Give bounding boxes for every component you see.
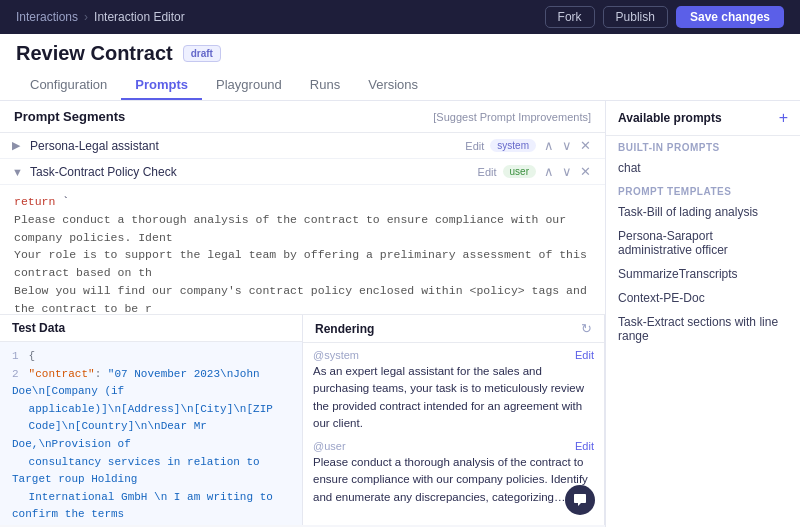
user-role-label: @user	[313, 440, 346, 452]
prompt-item-summarize[interactable]: SummarizeTranscripts	[606, 262, 800, 286]
render-role-system: @system Edit	[313, 349, 594, 361]
chevron-down-icon[interactable]: ▼	[12, 166, 24, 178]
builtin-section-label: BUILT-IN PROMPTS	[606, 136, 800, 156]
badge-user-2: user	[503, 165, 536, 178]
list-item: 2"contract": "07 November 2023\nJohn Doe…	[12, 366, 290, 401]
available-prompts-title: Available prompts	[618, 111, 722, 125]
main-content: Prompt Segments [Suggest Prompt Improvem…	[0, 101, 800, 527]
list-item: _applicable)]\n[Address]\n[City]\n[ZIP	[12, 401, 290, 419]
prompt-item-context[interactable]: Context-PE-Doc	[606, 286, 800, 310]
prompt-item-bill[interactable]: Task-Bill of lading analysis	[606, 200, 800, 224]
title-row: Review Contract draft	[16, 42, 784, 65]
chevron-right-icon[interactable]: ▶	[12, 139, 24, 152]
segment-name-1: Persona-Legal assistant	[30, 139, 455, 153]
segment-up-1[interactable]: ∧	[542, 138, 556, 153]
rendering-header: Rendering ↻	[303, 315, 604, 343]
segment-edit-2[interactable]: Edit	[478, 166, 497, 178]
draft-badge: draft	[183, 45, 221, 62]
test-data-title: Test Data	[0, 315, 302, 342]
rendering-inner: Rendering ↻ @system Edit As an expert le…	[303, 315, 605, 525]
publish-button[interactable]: Publish	[603, 6, 668, 28]
segment-name-2: Task-Contract Policy Check	[30, 165, 468, 179]
test-data-panel: Test Data 1{ 2"contract": "07 November 2…	[0, 315, 303, 525]
available-prompts-panel: Available prompts + BUILT-IN PROMPTS cha…	[605, 101, 800, 527]
prompt-segments-header: Prompt Segments [Suggest Prompt Improvem…	[0, 101, 605, 133]
template-section-label: PROMPT TEMPLATES	[606, 180, 800, 200]
segment-actions-1: ∧ ∨ ✕	[542, 138, 593, 153]
segment-close-1[interactable]: ✕	[578, 138, 593, 153]
breadcrumb: Interactions › Interaction Editor	[16, 10, 185, 24]
segment-edit-1[interactable]: Edit	[465, 140, 484, 152]
prompt-item-extract[interactable]: Task-Extract sections with line range	[606, 310, 800, 348]
breadcrumb-sep: ›	[84, 10, 88, 24]
segment-down-2[interactable]: ∨	[560, 164, 574, 179]
segment-close-2[interactable]: ✕	[578, 164, 593, 179]
rendering-body: @system Edit As an expert legal assistan…	[303, 343, 604, 525]
system-role-label: @system	[313, 349, 359, 361]
prompt-item-persona[interactable]: Persona-Saraport administrative officer	[606, 224, 800, 262]
left-main: Prompt Segments [Suggest Prompt Improvem…	[0, 101, 605, 527]
topbar: Interactions › Interaction Editor Fork P…	[0, 0, 800, 34]
tab-prompts[interactable]: Prompts	[121, 71, 202, 100]
segment-down-1[interactable]: ∨	[560, 138, 574, 153]
segment-row-1: ▶ Persona-Legal assistant Edit system ∧ …	[0, 133, 605, 159]
tab-playground[interactable]: Playground	[202, 71, 296, 100]
render-text-user: Please conduct a thorough analysis of th…	[313, 454, 594, 506]
system-edit-button[interactable]: Edit	[575, 349, 594, 361]
render-block-user: @user Edit Please conduct a thorough ana…	[313, 440, 594, 506]
page-title: Review Contract	[16, 42, 173, 65]
segment-row-2: ▼ Task-Contract Policy Check Edit user ∧…	[0, 159, 605, 185]
list-item: _Code]\n[Country]\n\nDear Mr Doe,\nProvi…	[12, 418, 290, 453]
render-text-system: As an expert legal assistant for the sal…	[313, 363, 594, 432]
segment-actions-2: ∧ ∨ ✕	[542, 164, 593, 179]
code-editor[interactable]: return ` Please conduct a thorough analy…	[0, 185, 605, 315]
tab-versions[interactable]: Versions	[354, 71, 432, 100]
list-item: _consultancy services in relation to Tar…	[12, 454, 290, 489]
prompt-item-chat[interactable]: chat	[606, 156, 800, 180]
tab-configuration[interactable]: Configuration	[16, 71, 121, 100]
fork-button[interactable]: Fork	[545, 6, 595, 28]
list-item: _on which Customer Inc. has agreed to en…	[12, 524, 290, 525]
rendering-refresh-icon[interactable]: ↻	[581, 321, 592, 336]
page-header: Review Contract draft Configuration Prom…	[0, 34, 800, 101]
segment-up-2[interactable]: ∧	[542, 164, 556, 179]
suggest-link[interactable]: [Suggest Prompt Improvements]	[433, 111, 591, 123]
chat-icon	[572, 492, 588, 508]
render-role-user: @user Edit	[313, 440, 594, 452]
tab-bar: Configuration Prompts Playground Runs Ve…	[16, 71, 784, 100]
chat-bubble-button[interactable]	[565, 485, 595, 515]
render-block-system: @system Edit As an expert legal assistan…	[313, 349, 594, 432]
rendering-title: Rendering	[315, 322, 374, 336]
list-item: _International GmbH \n I am writing to c…	[12, 489, 290, 524]
add-prompt-button[interactable]: +	[779, 109, 788, 127]
tab-runs[interactable]: Runs	[296, 71, 354, 100]
save-button[interactable]: Save changes	[676, 6, 784, 28]
prompt-segments-title: Prompt Segments	[14, 109, 125, 124]
bottom-panels: Test Data 1{ 2"contract": "07 November 2…	[0, 315, 605, 525]
list-item: 1{	[12, 348, 290, 366]
available-prompts-header: Available prompts +	[606, 101, 800, 136]
topbar-actions: Fork Publish Save changes	[545, 6, 784, 28]
badge-system-1: system	[490, 139, 536, 152]
rendering-panel: Rendering ↻ @system Edit As an expert le…	[303, 315, 605, 525]
breadcrumb-interactions[interactable]: Interactions	[16, 10, 78, 24]
test-data-body[interactable]: 1{ 2"contract": "07 November 2023\nJohn …	[0, 342, 302, 525]
breadcrumb-editor: Interaction Editor	[94, 10, 185, 24]
user-edit-button[interactable]: Edit	[575, 440, 594, 452]
